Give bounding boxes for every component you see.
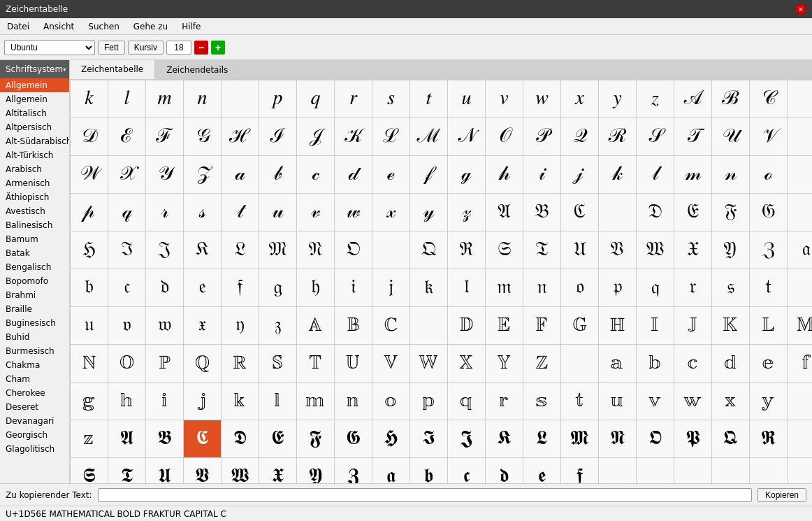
char-cell[interactable]: 𝒞 bbox=[750, 80, 788, 118]
char-cell[interactable]: 𝔹 bbox=[335, 307, 372, 345]
char-cell[interactable]: 𝔻 bbox=[448, 307, 486, 345]
char-cell[interactable]: 𝒫 bbox=[523, 118, 561, 156]
char-cell[interactable]: 𝕩 bbox=[712, 383, 750, 420]
char-cell[interactable]: 𝕾 bbox=[71, 458, 108, 483]
char-cell[interactable]: 𝕙 bbox=[108, 383, 146, 420]
char-cell[interactable]: 𝑧 bbox=[637, 80, 674, 118]
char-cell[interactable]: 𝔐 bbox=[259, 231, 297, 269]
char-cell[interactable]: 𝒾 bbox=[523, 156, 561, 194]
char-cell[interactable]: 𝖁 bbox=[184, 458, 222, 483]
char-cell[interactable]: 𝒷 bbox=[259, 156, 297, 194]
char-cell[interactable]: 𝔉 bbox=[712, 194, 750, 231]
sidebar-item-buginesisch[interactable]: Buginesisch bbox=[0, 316, 69, 330]
sidebar-item-batak[interactable]: Batak bbox=[0, 246, 69, 260]
char-cell[interactable]: 𝕆 bbox=[108, 345, 146, 383]
char-cell[interactable]: 𝕲 bbox=[335, 420, 372, 458]
char-cell[interactable]: 𝕏 bbox=[448, 345, 486, 383]
char-cell[interactable]: 𝕱 bbox=[297, 420, 335, 458]
sidebar-item-allgemein[interactable]: Allgemein bbox=[0, 78, 69, 92]
char-cell[interactable]: 𝓉 bbox=[222, 194, 259, 231]
char-cell[interactable]: 𝔎 bbox=[184, 231, 222, 269]
char-cell[interactable]: 𝔳 bbox=[108, 307, 146, 345]
char-cell[interactable]: 𝒦 bbox=[335, 118, 372, 156]
char-cell[interactable]: ℛ bbox=[599, 118, 637, 156]
char-cell[interactable]: 𝑡 bbox=[410, 80, 448, 118]
char-cell[interactable]: 𝒻 bbox=[410, 156, 448, 194]
char-cell[interactable]: 𝑥 bbox=[561, 80, 599, 118]
char-cell[interactable]: 𝔾 bbox=[561, 307, 599, 345]
char-cell[interactable]: 𝔷 bbox=[259, 307, 297, 345]
char-cell[interactable]: 𝔩 bbox=[448, 269, 486, 307]
char-cell[interactable]: 𝒥 bbox=[297, 118, 335, 156]
char-cell[interactable]: 𝔥 bbox=[297, 269, 335, 307]
font-select[interactable]: Ubuntu DejaVu Serif FreeSerif bbox=[4, 40, 95, 55]
char-cell[interactable]: 𝔫 bbox=[523, 269, 561, 307]
char-cell[interactable]: 𝕹 bbox=[599, 420, 637, 458]
char-cell[interactable]: ℤ bbox=[523, 345, 561, 383]
char-cell[interactable]: 𝓋 bbox=[297, 194, 335, 231]
char-cell[interactable]: ℊ bbox=[448, 156, 486, 194]
char-cell[interactable]: 𝕔 bbox=[674, 345, 712, 383]
char-cell[interactable]: 𝕁 bbox=[674, 307, 712, 345]
char-cell[interactable]: 𝒰 bbox=[712, 118, 750, 156]
sidebar-item-bopomofo[interactable]: Bopomofo bbox=[0, 274, 69, 288]
char-cell[interactable]: 𝕷 bbox=[523, 420, 561, 458]
char-cell[interactable]: 𝕨 bbox=[674, 383, 712, 420]
char-cell[interactable]: 𝔢 bbox=[184, 269, 222, 307]
char-cell[interactable]: ℙ bbox=[146, 345, 184, 383]
char-cell[interactable]: 𝒽 bbox=[486, 156, 523, 194]
char-cell[interactable]: 𝔡 bbox=[146, 269, 184, 307]
char-cell[interactable]: ℐ bbox=[259, 118, 297, 156]
char-cell[interactable]: 𝓌 bbox=[335, 194, 372, 231]
char-cell[interactable]: 𝖂 bbox=[222, 458, 259, 483]
char-cell[interactable]: 𝑞 bbox=[297, 80, 335, 118]
sidebar-item-avestisch[interactable]: Avestisch bbox=[0, 204, 69, 218]
char-cell[interactable]: 𝕿 bbox=[108, 458, 146, 483]
char-cell[interactable]: ℍ bbox=[599, 307, 637, 345]
char-cell[interactable]: 𝕧 bbox=[637, 383, 674, 420]
italic-button[interactable]: Kursiv bbox=[128, 41, 164, 55]
char-cell[interactable]: ℜ bbox=[448, 231, 486, 269]
tab-zeichentabelle[interactable]: Zeichentabelle bbox=[70, 60, 155, 79]
char-cell[interactable]: ℚ bbox=[184, 345, 222, 383]
sidebar-item-thiopisch[interactable]: Äthiopisch bbox=[0, 190, 69, 204]
increase-size-button[interactable]: + bbox=[211, 41, 225, 55]
sidebar-item-burmesisch[interactable]: Burmesisch bbox=[0, 344, 69, 358]
char-cell[interactable]: 𝔖 bbox=[486, 231, 523, 269]
char-cell[interactable]: 𝕋 bbox=[297, 345, 335, 383]
char-cell[interactable]: ℕ bbox=[71, 345, 108, 383]
char-cell[interactable]: 𝓃 bbox=[712, 156, 750, 194]
char-cell[interactable]: 𝕡 bbox=[410, 383, 448, 420]
char-cell[interactable]: 𝕃 bbox=[750, 307, 788, 345]
menu-suchen[interactable]: Suchen bbox=[84, 20, 123, 33]
char-cell[interactable]: 𝒪 bbox=[486, 118, 523, 156]
char-cell[interactable]: 𝔊 bbox=[750, 194, 788, 231]
char-cell[interactable]: 𝕟 bbox=[335, 383, 372, 420]
char-cell[interactable]: 𝓅 bbox=[71, 194, 108, 231]
char-cell[interactable]: 𝓈 bbox=[184, 194, 222, 231]
char-cell[interactable]: 𝔜 bbox=[712, 231, 750, 269]
char-cell[interactable]: ℋ bbox=[222, 118, 259, 156]
char-cell[interactable]: ℬ bbox=[712, 80, 750, 118]
char-cell[interactable]: 𝕀 bbox=[637, 307, 674, 345]
sidebar-item-glagolitisch[interactable]: Glagolitisch bbox=[0, 442, 69, 456]
char-cell[interactable]: 𝔰 bbox=[712, 269, 750, 307]
char-cell[interactable]: 𝔑 bbox=[297, 231, 335, 269]
char-cell[interactable]: 𝔣 bbox=[222, 269, 259, 307]
char-cell[interactable]: 𝕍 bbox=[372, 345, 410, 383]
char-cell[interactable]: 𝔗 bbox=[523, 231, 561, 269]
char-cell[interactable]: 𝔴 bbox=[146, 307, 184, 345]
char-cell[interactable]: 𝕕 bbox=[712, 345, 750, 383]
char-cell[interactable]: 𝕤 bbox=[523, 383, 561, 420]
char-cell[interactable]: 𝑣 bbox=[486, 80, 523, 118]
char-cell[interactable]: 𝕎 bbox=[410, 345, 448, 383]
sidebar-item-deseret[interactable]: Deseret bbox=[0, 400, 69, 414]
char-cell[interactable]: 𝓏 bbox=[448, 194, 486, 231]
char-cell[interactable]: 𝕒 bbox=[599, 345, 637, 383]
char-cell[interactable]: 𝔭 bbox=[599, 269, 637, 307]
char-cell[interactable]: 𝔮 bbox=[637, 269, 674, 307]
sidebar-item-cherokee[interactable]: Cherokee bbox=[0, 386, 69, 400]
char-cell[interactable]: 𝓂 bbox=[674, 156, 712, 194]
font-size-input[interactable] bbox=[166, 41, 191, 55]
char-cell[interactable]: ℳ bbox=[410, 118, 448, 156]
